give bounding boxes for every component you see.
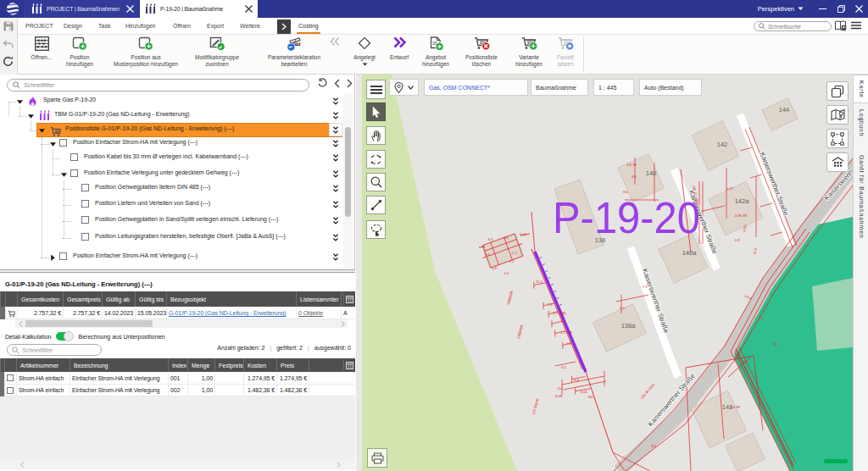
detail-kalkulation-toggle[interactable] xyxy=(56,332,73,341)
ribbon-modifikatorgruppe[interactable]: Modifikatorgruppe zuordnen xyxy=(176,36,258,74)
expand-all-icon[interactable] xyxy=(331,97,342,108)
tree-checkbox[interactable] xyxy=(81,216,89,224)
column-header[interactable]: Gesamtkosten xyxy=(17,291,63,307)
column-header[interactable]: Festpreis xyxy=(214,358,243,372)
close-button[interactable] xyxy=(850,0,868,18)
expand-all-icon[interactable] xyxy=(331,201,342,211)
map-tool-measure-icon[interactable] xyxy=(366,196,386,214)
ribbon-angebot[interactable]: Angebot hinzufügen xyxy=(412,36,459,74)
print-button[interactable] xyxy=(367,448,387,468)
column-header[interactable] xyxy=(4,358,16,372)
column-header[interactable] xyxy=(5,291,17,307)
hamburger-menu-icon[interactable] xyxy=(851,21,861,30)
expand-all-icon[interactable] xyxy=(331,234,342,244)
column-header[interactable]: Preis xyxy=(276,358,309,372)
expand-all-icon[interactable] xyxy=(331,170,342,180)
column-header[interactable]: Menge xyxy=(187,358,214,372)
table-row[interactable]: Strom-HA einfachEinfacher Strom-HA mit V… xyxy=(0,385,355,397)
baumassnahme-field[interactable]: Baumaßnahme xyxy=(531,79,588,96)
tree-next-icon[interactable] xyxy=(343,77,355,89)
table-row[interactable]: 2.757,32 €2.757,32 €14.02.202315.05.2023… xyxy=(0,307,355,319)
tree-filter-input[interactable]: Schnellfilter xyxy=(7,79,309,91)
menu-item-hinzufügen[interactable]: Hinzufügen xyxy=(125,18,155,34)
tree-reset-icon[interactable] xyxy=(317,77,329,89)
side-tab-karte[interactable]: Karte xyxy=(854,75,868,103)
ribbon-collapse-chevrons-icon[interactable] xyxy=(326,36,343,74)
map-canvas[interactable]: Kaiserswerther StraßeKaiserswerther Stra… xyxy=(362,75,853,471)
expander-open-icon[interactable] xyxy=(17,99,24,106)
document-tab[interactable]: P-19-20 | Baumaßnahme xyxy=(140,0,258,18)
column-header[interactable]: Gültig bis xyxy=(135,291,166,307)
tree-checkbox[interactable] xyxy=(59,139,67,147)
expander-open-icon[interactable] xyxy=(61,172,68,179)
column-header[interactable]: Index xyxy=(168,358,187,372)
minimize-button[interactable] xyxy=(812,0,832,18)
side-tab-logbuch[interactable]: Logbuch xyxy=(854,105,868,141)
menu-item-task[interactable]: Task xyxy=(98,18,110,34)
expand-all-icon[interactable] xyxy=(331,140,342,150)
tree-checkbox[interactable] xyxy=(70,169,78,177)
expander-open-icon[interactable] xyxy=(39,128,46,135)
tree-row[interactable]: Position Gehwegplatten in Sand/Splitt ve… xyxy=(0,214,342,228)
map-view[interactable]: Kaiserswerther StraßeKaiserswerther Stra… xyxy=(362,75,853,471)
menu-item-design[interactable]: Design xyxy=(64,18,82,34)
column-header[interactable]: Artikelnummer xyxy=(16,358,70,372)
perspektiven-menu[interactable]: Perspektiven xyxy=(758,0,804,18)
h-scrollbar[interactable] xyxy=(0,460,355,469)
side-tab-gantt-f-r-bauma-nahmen[interactable]: Gantt für Baumaßnahmen xyxy=(854,142,868,251)
expand-all-icon[interactable] xyxy=(331,154,342,164)
column-header[interactable]: Gesamtpreis xyxy=(63,291,102,307)
tree-row[interactable]: TBM G-01/P-19-20 (Gas ND-Leitung - Erwei… xyxy=(0,109,342,123)
expand-all-icon[interactable] xyxy=(331,253,342,263)
map-tool-zoom-icon[interactable] xyxy=(366,173,386,191)
tree-checkbox[interactable] xyxy=(59,252,67,260)
map-tool-hand-icon[interactable] xyxy=(366,126,386,145)
menu-item-export[interactable]: Export xyxy=(207,18,224,34)
column-header[interactable]: Gültig ab xyxy=(102,291,135,307)
quick-search-input[interactable]: Schnellsuche xyxy=(754,21,832,31)
layer-field[interactable]: Gas, OSM CONNECT* xyxy=(424,79,528,96)
mode-field[interactable]: Auto (Bestand) xyxy=(639,79,702,96)
column-header[interactable]: Bezugsobjekt xyxy=(166,291,296,307)
tree-scrollbar[interactable] xyxy=(343,93,353,268)
column-chooser-icon[interactable] xyxy=(343,293,354,305)
tree-prev-icon[interactable] xyxy=(331,77,342,89)
menu-overflow-button[interactable] xyxy=(277,19,291,34)
map-menu-button[interactable] xyxy=(366,80,386,99)
close-tab-icon[interactable] xyxy=(245,4,253,14)
tree-checkbox[interactable] xyxy=(70,153,78,161)
menu-item-project[interactable]: PROJECT xyxy=(25,18,53,34)
undo-icon[interactable] xyxy=(3,40,14,50)
redo-refresh-icon[interactable] xyxy=(3,56,14,68)
ribbon-variante[interactable]: Variante hinzufügen xyxy=(505,36,553,74)
map-tool-copy-icon[interactable] xyxy=(826,81,849,101)
reading-pane-icon[interactable] xyxy=(834,19,847,33)
tab-costing[interactable]: Costing xyxy=(298,18,319,34)
tree-row[interactable]: Position Einfacher Strom-HA mit Verlegun… xyxy=(0,251,342,264)
ribbon-angelegt[interactable]: Angelegt xyxy=(343,36,386,74)
tree-row[interactable]: Sparte Gas P-19-20 xyxy=(0,95,342,108)
map-tool-rotate-icon[interactable] xyxy=(366,150,386,169)
tree-checkbox[interactable] xyxy=(81,200,89,208)
expander-open-icon[interactable] xyxy=(28,114,35,120)
menu-item-öffnen[interactable]: Öffnen xyxy=(173,18,191,34)
expand-all-icon[interactable] xyxy=(331,126,342,136)
row-checkbox[interactable] xyxy=(7,374,14,381)
vertical-splitter[interactable] xyxy=(356,75,362,471)
map-tool-map-pin-icon[interactable] xyxy=(826,105,849,125)
scale-field[interactable]: 1 : 445 xyxy=(593,79,634,96)
tree-checkbox[interactable] xyxy=(81,233,89,241)
map-tool-district-icon[interactable] xyxy=(826,152,849,172)
tree-row[interactable]: Position Liefern und Verteilen von Sand … xyxy=(0,198,342,212)
tree-row[interactable]: Position Gehwegplatten liefern DIN 485 (… xyxy=(0,182,342,196)
ribbon-positionsliste[interactable]: Positionsliste löschen xyxy=(454,36,509,74)
panel-splitter[interactable] xyxy=(0,269,355,273)
row-checkbox[interactable] xyxy=(7,387,14,394)
expand-all-icon[interactable] xyxy=(331,185,342,195)
column-header[interactable] xyxy=(309,358,348,372)
menu-item-weitere[interactable]: Weitere xyxy=(240,18,260,34)
location-combo[interactable] xyxy=(389,79,419,96)
map-tool-transform-icon[interactable] xyxy=(826,129,849,148)
h-scrollbar[interactable] xyxy=(15,319,348,328)
tree-checkbox[interactable] xyxy=(81,184,89,191)
